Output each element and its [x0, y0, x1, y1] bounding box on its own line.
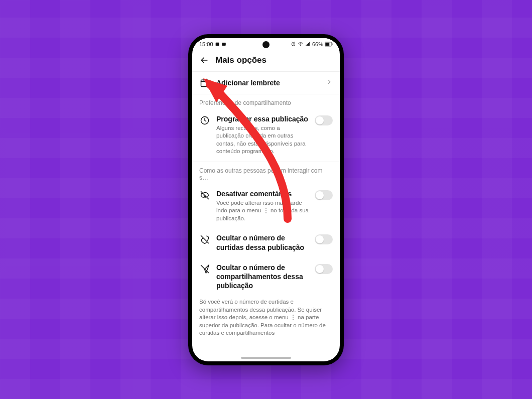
notification-icon — [215, 42, 220, 47]
phone-frame: 15:00 66% Mais opções Adi — [188, 34, 344, 365]
content-scroll[interactable]: Adicionar lembrete Preferências de compa… — [192, 72, 340, 361]
phone-screen: 15:00 66% Mais opções Adi — [192, 38, 340, 361]
schedule-post-setting: Programar essa publicação Alguns recurso… — [192, 109, 340, 162]
svg-rect-7 — [201, 80, 209, 86]
disable-comments-title: Desativar comentários — [216, 189, 309, 198]
hide-shares-title: Ocultar o número de compartilhamentos de… — [216, 263, 309, 291]
battery-text: 66% — [312, 41, 323, 47]
image-icon — [221, 42, 226, 47]
svg-rect-5 — [325, 42, 329, 45]
status-bar-left: 15:00 — [199, 41, 226, 47]
status-bar: 15:00 66% — [192, 38, 340, 50]
disable-comments-desc: Você pode alterar isso mais tarde indo p… — [216, 199, 309, 223]
page-title: Mais opções — [215, 55, 267, 65]
schedule-desc: Alguns recursos, como a publicação cruza… — [216, 124, 309, 156]
add-reminder-label: Adicionar lembrete — [216, 79, 320, 87]
battery-icon — [325, 42, 333, 47]
share-off-icon — [199, 263, 210, 274]
eye-off-icon — [199, 189, 210, 200]
status-time: 15:00 — [199, 41, 213, 47]
svg-rect-1 — [222, 43, 226, 46]
svg-rect-6 — [332, 43, 332, 45]
clock-icon — [199, 114, 210, 125]
schedule-title: Programar essa publicação — [216, 114, 309, 123]
calendar-icon — [199, 78, 210, 88]
alarm-icon — [291, 41, 296, 47]
chevron-right-icon — [326, 78, 333, 87]
svg-rect-0 — [215, 42, 219, 46]
section-schedule-label: Preferências de compartilhamento — [192, 94, 340, 109]
hide-likes-setting: Ocultar o número de curtidas dessa publi… — [192, 228, 340, 257]
hide-shares-setting: Ocultar o número de compartilhamentos de… — [192, 258, 340, 297]
section-interact-label: Como as outras pessoas podem interagir c… — [192, 162, 340, 184]
heart-off-icon — [199, 233, 210, 244]
hide-likes-title: Ocultar o número de curtidas dessa publi… — [216, 233, 309, 251]
footnote-text: Só você verá o número de curtidas e comp… — [192, 296, 340, 342]
status-bar-right: 66% — [291, 41, 333, 47]
back-icon[interactable] — [199, 55, 209, 65]
wifi-icon — [298, 41, 304, 47]
schedule-toggle[interactable] — [315, 115, 333, 125]
svg-point-3 — [300, 45, 301, 46]
hide-likes-toggle[interactable] — [315, 234, 333, 244]
signal-icon — [305, 41, 311, 47]
home-indicator[interactable] — [241, 357, 291, 359]
app-header: Mais opções — [192, 50, 340, 72]
add-reminder-row[interactable]: Adicionar lembrete — [192, 72, 340, 94]
disable-comments-toggle[interactable] — [315, 190, 333, 200]
hide-shares-toggle[interactable] — [315, 264, 333, 274]
disable-comments-setting: Desativar comentários Você pode alterar … — [192, 184, 340, 229]
